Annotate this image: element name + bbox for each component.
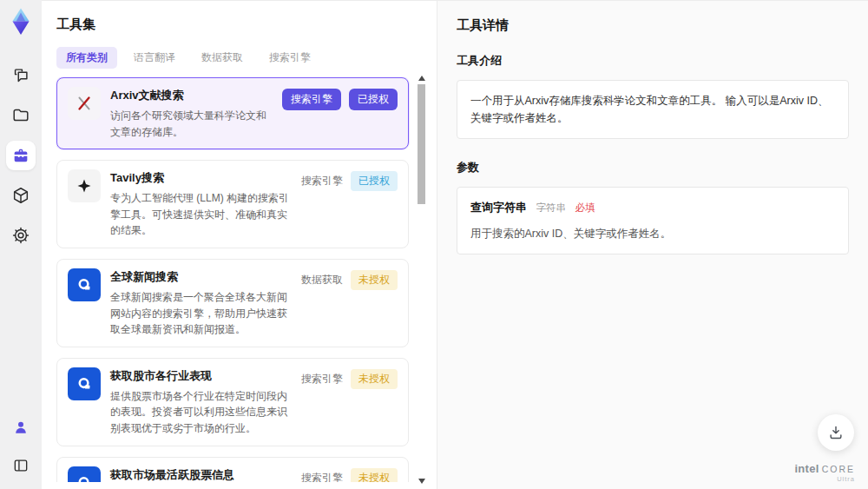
tool-card-arxiv[interactable]: Arxiv文献搜索 访问各个研究领域大量科学论文和文章的存储库。 搜索引擎 已授…: [56, 77, 409, 149]
intel-brand-text: intel: [794, 462, 819, 475]
tool-category-label: 搜索引擎: [301, 372, 343, 387]
tool-status-badge: 未授权: [351, 468, 398, 482]
news-blue-logo-icon: [68, 268, 101, 301]
sidebar-bottom: [6, 413, 36, 480]
folder-icon: [11, 106, 30, 125]
intel-core-logo: intelCORE Ultra: [794, 460, 855, 483]
download-button[interactable]: [818, 414, 854, 451]
tool-status-badge: 已授权: [349, 89, 398, 110]
tool-card-most-active-stocks[interactable]: 获取市场最活跃股票信息 提供当天交易量最高的股票列表，投资者可以利用这些信息来识…: [56, 457, 409, 482]
tool-list: Arxiv文献搜索 访问各个研究领域大量科学论文和文章的存储库。 搜索引擎 已授…: [56, 77, 437, 482]
tool-desc: 访问各个研究领域大量科学论文和文章的存储库。: [110, 108, 273, 140]
cube-icon: [11, 186, 30, 205]
user-avatar-icon: [12, 419, 30, 436]
page-title: 工具集: [56, 17, 437, 33]
tool-card-tavily[interactable]: Tavily搜索 专为人工智能代理 (LLM) 构建的搜索引擎工具。可快速提供实…: [56, 160, 409, 248]
param-desc: 用于搜索的Arxiv ID、关键字或作者姓名。: [470, 225, 835, 242]
arxiv-logo-icon: [68, 87, 101, 120]
tool-list-panel: 工具集 所有类别 语言翻译 数据获取 搜索引擎 Arxiv文献搜索 访问各个研究…: [42, 0, 437, 489]
intro-text-box: 一个用于从Arxiv存储库搜索科学论文和文章的工具。 输入可以是Arxiv ID…: [457, 80, 849, 139]
tool-category-label: 搜索引擎: [301, 174, 343, 188]
scrollbar-down-arrow-icon[interactable]: [418, 479, 425, 484]
intel-sub-text: Ultra: [794, 476, 855, 483]
param-header: 查询字符串 字符串 必填: [470, 199, 835, 217]
sidebar-item-chat[interactable]: [6, 61, 36, 90]
intro-heading: 工具介绍: [457, 53, 849, 69]
scrollbar-up-arrow-icon[interactable]: [418, 76, 425, 81]
tool-status-badge: 已授权: [351, 171, 398, 191]
sidebar-item-collapse[interactable]: [6, 451, 36, 480]
scrollbar-thumb[interactable]: [418, 84, 425, 204]
tool-title: 获取股市各行业表现: [110, 368, 292, 384]
tavily-sparkle-icon: [68, 169, 101, 202]
stocks-blue-logo-icon: [68, 466, 101, 482]
tool-detail-panel: 工具详情 工具介绍 一个用于从Arxiv存储库搜索科学论文和文章的工具。 输入可…: [437, 0, 868, 489]
app-logo-icon[interactable]: [6, 7, 36, 36]
tool-title: 全球新闻搜索: [110, 269, 292, 285]
params-heading: 参数: [457, 160, 849, 175]
download-icon: [827, 424, 845, 441]
scrollbar[interactable]: [418, 76, 425, 484]
category-tabs: 所有类别 语言翻译 数据获取 搜索引擎: [56, 47, 437, 69]
sidebar-nav: [6, 61, 36, 250]
tool-category-label: 搜索引擎: [301, 471, 343, 482]
app-window: 工具集 所有类别 语言翻译 数据获取 搜索引擎 Arxiv文献搜索 访问各个研究…: [0, 0, 868, 489]
tool-desc: 提供股票市场各个行业在特定时间段内的表现。投资者可以利用这些信息来识别表现优于或…: [110, 388, 292, 437]
tool-title: Arxiv文献搜索: [110, 88, 273, 103]
tool-category-badge: 搜索引擎: [282, 89, 341, 110]
sidebar-item-files[interactable]: [6, 101, 36, 130]
param-name: 查询字符串: [470, 201, 527, 214]
tool-title: Tavily搜索: [110, 170, 292, 186]
stocks-blue-logo-icon: [68, 367, 101, 400]
tab-search-engine[interactable]: 搜索引擎: [260, 47, 320, 69]
tool-title: 获取市场最活跃股票信息: [110, 467, 292, 482]
tool-status-badge: 未授权: [351, 369, 398, 389]
toolbox-icon: [11, 146, 30, 165]
panel-toggle-icon: [12, 457, 30, 474]
tool-desc: 专为人工智能代理 (LLM) 构建的搜索引擎工具。可快速提供实时、准确和真实的结…: [110, 190, 292, 239]
tab-data-acquisition[interactable]: 数据获取: [192, 47, 253, 69]
tool-card-global-news[interactable]: 全球新闻搜索 全球新闻搜索是一个聚合全球各大新闻网站内容的搜索引擎，帮助用户快速…: [56, 259, 409, 347]
tab-all-categories[interactable]: 所有类别: [56, 47, 117, 69]
sidebar-item-settings[interactable]: [6, 221, 36, 250]
chat-icon: [11, 66, 30, 85]
param-box: 查询字符串 字符串 必填 用于搜索的Arxiv ID、关键字或作者姓名。: [457, 187, 849, 254]
tool-status-badge: 未授权: [351, 270, 398, 290]
sidebar-item-tools[interactable]: [6, 141, 36, 170]
tool-category-label: 数据获取: [301, 273, 343, 287]
sidebar: [0, 0, 42, 489]
param-required-flag: 必填: [575, 202, 595, 213]
tool-desc: 全球新闻搜索是一个聚合全球各大新闻网站内容的搜索引擎，帮助用户快速获取全球最新资…: [110, 289, 292, 338]
tool-card-sector-performance[interactable]: 获取股市各行业表现 提供股票市场各个行业在特定时间段内的表现。投资者可以利用这些…: [56, 358, 409, 446]
param-type: 字符串: [536, 202, 566, 213]
intel-core-text: CORE: [822, 464, 855, 474]
sidebar-item-account[interactable]: [6, 413, 36, 442]
gear-icon: [11, 226, 30, 245]
sidebar-item-packages[interactable]: [6, 181, 36, 210]
tab-language-translation[interactable]: 语言翻译: [124, 47, 185, 69]
detail-title: 工具详情: [457, 17, 849, 34]
